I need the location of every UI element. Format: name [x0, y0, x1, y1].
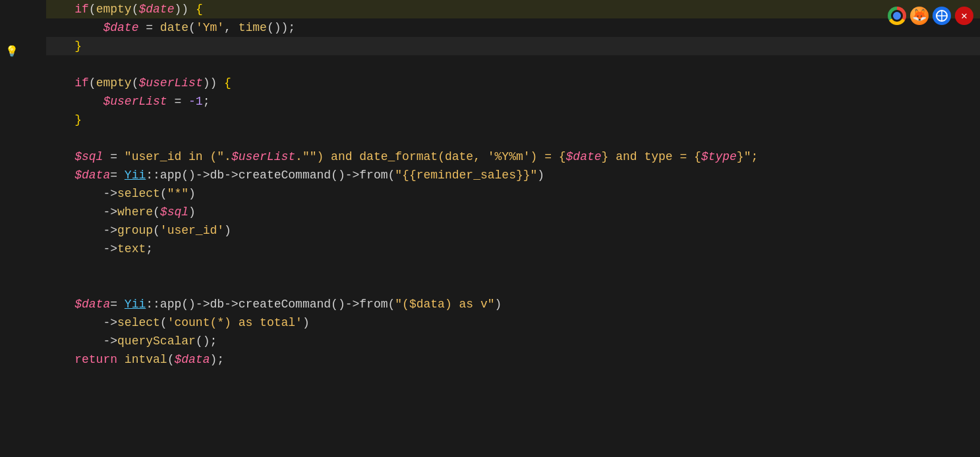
- code-token: }: [46, 37, 82, 55]
- code-line: $data= Yii::app()->db->createCommand()->…: [46, 166, 980, 184]
- code-token: [117, 350, 125, 369]
- code-token: }: [74, 111, 82, 129]
- code-line: ->select("*"): [46, 184, 980, 203]
- code-token: =: [110, 295, 125, 313]
- code-line: ->where($sql): [46, 203, 980, 221]
- code-token: $userList: [103, 92, 167, 111]
- code-token: date: [160, 18, 188, 37]
- code-token: (: [89, 0, 96, 18]
- code-token: [46, 92, 103, 111]
- code-token: (: [89, 74, 96, 92]
- code-line: ->select('count(*) as total'): [46, 313, 980, 332]
- code-token: );: [210, 350, 224, 369]
- code-token: intval: [125, 350, 167, 369]
- code-token: [46, 203, 103, 221]
- firefox-icon[interactable]: 🦊: [910, 7, 929, 25]
- code-line: if(empty($userList)) {: [46, 74, 980, 92]
- code-token: ;: [146, 240, 153, 258]
- code-token: (: [160, 313, 167, 332]
- code-token: [46, 221, 103, 240]
- code-token: 'Ym': [196, 18, 224, 37]
- code-token: ,: [224, 18, 239, 37]
- code-token: ): [303, 313, 310, 332]
- lightbulb-icon[interactable]: 💡: [5, 45, 18, 58]
- code-token: 'count(*) as total': [167, 313, 303, 332]
- code-token: -1: [188, 92, 203, 111]
- code-token: =: [167, 92, 188, 111]
- code-token: ): [224, 221, 231, 240]
- code-line: $data= Yii::app()->db->createCommand()->…: [46, 295, 980, 313]
- code-token: ->: [103, 221, 117, 240]
- code-token: [46, 0, 74, 18]
- edge-icon[interactable]: ✕: [955, 7, 973, 25]
- line-gutter: 💡: [0, 0, 40, 457]
- code-token: $data: [174, 350, 210, 369]
- code-token: (: [167, 350, 175, 369]
- code-token: ): [495, 295, 502, 313]
- code-token: ): [188, 203, 196, 221]
- code-line: if(empty($date)) {: [46, 0, 980, 18]
- code-token: (: [153, 221, 160, 240]
- code-token: (: [188, 18, 196, 37]
- browser-icons-bar: 🦊 ✕: [888, 7, 973, 25]
- code-token: ->: [103, 332, 117, 350]
- code-line: [46, 129, 980, 148]
- code-token: ());: [267, 18, 295, 37]
- code-token: =: [103, 148, 124, 166]
- code-token: $userList: [231, 148, 295, 166]
- code-token: ();: [196, 332, 217, 350]
- code-token: ."") and date_format(date, '%Y%m') = {: [295, 148, 565, 166]
- code-token: if: [74, 74, 89, 92]
- code-token: {: [196, 0, 203, 18]
- code-token: if: [74, 0, 89, 18]
- code-token: } and type = {: [602, 148, 701, 166]
- code-token: $data: [74, 295, 110, 313]
- code-token: [46, 148, 74, 166]
- code-token: ->: [103, 313, 117, 332]
- editor-container: 💡 if(empty($date)) { $date = date('Ym', …: [0, 0, 980, 457]
- code-token: time: [239, 18, 267, 37]
- code-token: ): [537, 166, 544, 184]
- code-token: return: [74, 350, 117, 369]
- chrome-icon[interactable]: [888, 7, 906, 25]
- code-token: }";: [737, 148, 758, 166]
- code-token: [46, 166, 74, 184]
- code-token: (: [160, 184, 167, 203]
- code-token: [46, 313, 103, 332]
- code-token: [46, 332, 103, 350]
- code-line: $date = date('Ym', time());: [46, 18, 980, 37]
- code-token: [46, 111, 74, 129]
- code-line: [46, 258, 980, 277]
- code-token: =: [110, 166, 125, 184]
- code-token: $sql: [160, 203, 188, 221]
- code-token: [46, 350, 74, 369]
- code-line: }: [46, 111, 980, 129]
- code-line: [46, 55, 980, 74]
- code-token: queryScalar: [117, 332, 196, 350]
- code-token: [46, 74, 74, 92]
- code-token: "{{reminder_sales}}": [395, 166, 537, 184]
- code-token: [46, 18, 103, 37]
- code-token: $sql: [74, 148, 103, 166]
- code-token: "*": [167, 184, 188, 203]
- code-token: "($data) as v": [395, 295, 494, 313]
- code-line: ->text;: [46, 240, 980, 258]
- code-token: $date: [103, 18, 138, 37]
- code-token: $date: [566, 148, 602, 166]
- code-token: )): [174, 0, 195, 18]
- code-line: ->queryScalar();: [46, 332, 980, 350]
- opera-icon[interactable]: [933, 7, 951, 25]
- code-token: Yii: [125, 295, 146, 313]
- code-token: =: [138, 18, 159, 37]
- code-line: }: [46, 37, 980, 55]
- code-token: Yii: [125, 166, 146, 184]
- code-token: empty: [96, 0, 132, 18]
- code-token: ->: [103, 240, 117, 258]
- code-area[interactable]: if(empty($date)) { $date = date('Ym', ti…: [40, 0, 980, 457]
- code-token: [46, 240, 103, 258]
- code-token: ->: [103, 203, 117, 221]
- code-token: 'user_id': [160, 221, 224, 240]
- code-line: $userList = -1;: [46, 92, 980, 111]
- code-token: $type: [701, 148, 737, 166]
- code-token: ;: [203, 92, 210, 111]
